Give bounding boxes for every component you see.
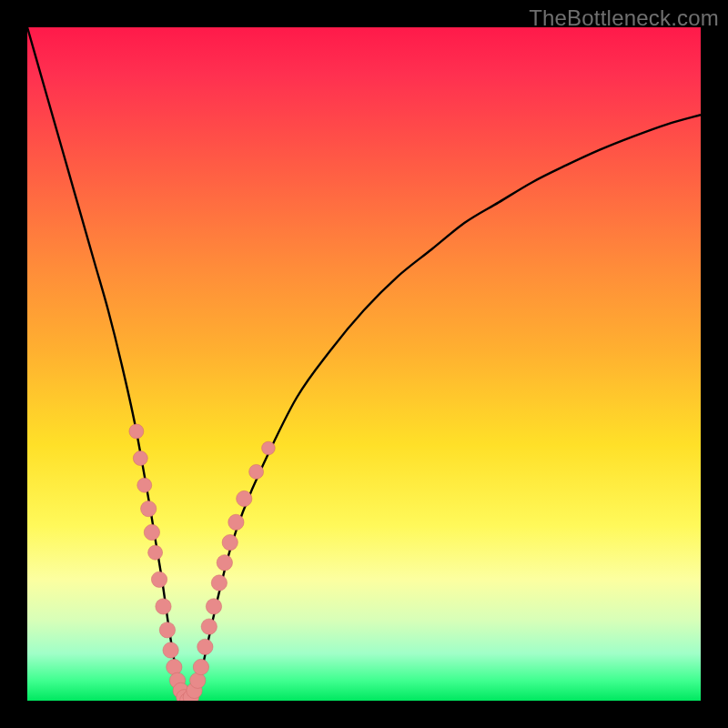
curve-line: [27, 27, 701, 701]
chart-svg: [27, 27, 701, 701]
data-marker: [156, 599, 171, 614]
data-marker: [141, 500, 157, 516]
data-marker: [211, 575, 227, 591]
chart-container: TheBottleneck.com: [0, 0, 728, 728]
data-marker: [217, 555, 232, 571]
data-marker: [249, 464, 264, 479]
data-marker: [129, 424, 144, 439]
bottleneck-curve-path: [27, 27, 701, 701]
data-marker: [163, 642, 178, 658]
plot-area: [27, 27, 701, 701]
data-marker: [197, 639, 213, 654]
data-marker: [206, 599, 221, 614]
data-marker: [148, 545, 163, 560]
data-markers: [129, 424, 275, 701]
data-marker: [262, 441, 276, 455]
data-marker: [144, 524, 159, 540]
data-marker: [193, 659, 208, 674]
data-marker: [228, 514, 244, 530]
data-marker: [167, 659, 182, 674]
data-marker: [237, 490, 252, 506]
data-marker: [137, 478, 152, 492]
data-marker: [151, 571, 167, 587]
data-marker: [201, 619, 217, 634]
data-marker: [190, 672, 206, 688]
data-marker: [133, 451, 147, 466]
data-marker: [222, 534, 238, 550]
data-marker: [159, 622, 175, 638]
